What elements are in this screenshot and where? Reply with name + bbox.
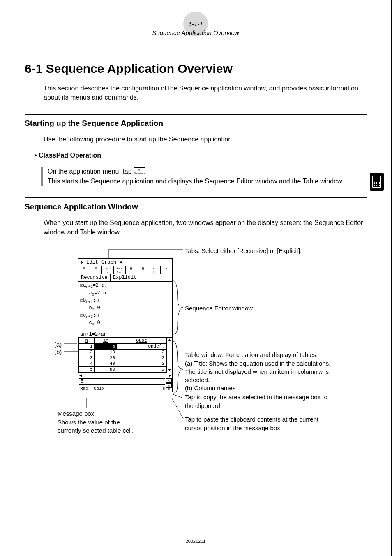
- toolbar-btn-7[interactable]: a=b=: [149, 266, 161, 274]
- toolbar-btn-1[interactable]: ⊞: [78, 266, 90, 274]
- manual-page: 6-1-1 Sequence Application Overview 6-1 …: [0, 0, 392, 556]
- toolbar-btn-5[interactable]: ▦: [126, 266, 138, 274]
- page-code: 6-1-1: [188, 21, 203, 28]
- editor-line: ☐cn+1:▢: [80, 313, 171, 320]
- label-table-area: Table window: For creation and display o…: [185, 351, 333, 392]
- section-rule: [25, 114, 367, 115]
- label-b: (b): [54, 348, 62, 356]
- status-cplx: Cplx: [94, 386, 104, 391]
- table-row: 15Undef…: [79, 343, 166, 349]
- copy-button[interactable]: ⇱: [166, 378, 172, 383]
- status-bar: Rad Cplx ▯▯▯: [78, 385, 172, 392]
- scroll-left-icon[interactable]: ◀: [79, 373, 82, 378]
- classpad-operation-heading: • ClassPad Operation: [35, 151, 367, 160]
- operation-step-1: On the application menu, tap ▭Sequence .: [48, 167, 367, 176]
- table-row: 3202: [79, 355, 166, 361]
- col-an[interactable]: an: [95, 338, 117, 343]
- toolbar-btn-8[interactable]: ▸: [161, 266, 172, 274]
- label-editor: Sequence Editor window: [185, 304, 253, 313]
- table-row: 2102: [79, 349, 166, 355]
- vertical-scrollbar[interactable]: ▲▼: [166, 338, 172, 373]
- label-tabs: Tabs: Select either [Recursive] or [Expl…: [185, 247, 302, 255]
- toolbar-btn-4[interactable]: +−/Σan: [114, 266, 126, 274]
- sequence-table: n an Quot 15Undef… 2102 3202 4402 5802: [78, 338, 166, 373]
- intro-paragraph: This section describes the configuration…: [44, 84, 367, 102]
- toolbar-btn-3[interactable]: anbn: [102, 266, 114, 274]
- heading-app-window: Sequence Application Window: [25, 202, 367, 211]
- scroll-right-icon[interactable]: ▶: [169, 373, 171, 378]
- sequence-app-icon: ▭Sequence: [134, 167, 145, 176]
- operation-step-2: This starts the Sequence application and…: [48, 176, 367, 186]
- heading-starting-up: Starting up the Sequence Application: [25, 119, 367, 128]
- col-quot[interactable]: Quot: [117, 338, 166, 343]
- table-row: 4402: [79, 361, 166, 366]
- svg-line-5: [172, 398, 183, 419]
- label-copy: Tap to copy the area selected in the mes…: [185, 393, 329, 410]
- label-col-names: (b) Column names: [185, 385, 235, 392]
- menu-more-icon[interactable]: ♦: [120, 259, 122, 265]
- tab-bar: Recursive Explicit: [78, 274, 172, 282]
- section-name: Sequence Application Overview: [152, 29, 239, 36]
- scroll-up-icon[interactable]: ▲: [167, 338, 172, 342]
- svg-line-4: [172, 394, 183, 398]
- editor-line: ☐bn+1:▢: [80, 298, 171, 305]
- label-message-box: Message box Shows the value of the curre…: [58, 410, 140, 435]
- body-app-window: When you start up the Sequence applicati…: [44, 218, 367, 237]
- scroll-down-icon[interactable]: ▼: [167, 368, 172, 373]
- body-starting-up: Use the following procedure to start up …: [44, 134, 367, 144]
- tab-explicit[interactable]: Explicit: [111, 274, 140, 281]
- menu-bar: ❖ Edit Graph ♦: [78, 259, 172, 266]
- message-box-row: 5 ⇱ ⇲: [78, 378, 172, 385]
- editor-line: b0=0: [80, 305, 171, 313]
- label-title-a: (a) Title: Shows the equation used in th…: [185, 360, 330, 384]
- sequence-editor-window[interactable]: ☑an+1=2·an a0=2.5 ☐bn+1:▢ b0=0 ☐cn+1:▢ c…: [78, 282, 172, 331]
- editor-line: a0=2.5: [80, 290, 171, 298]
- calculator-icon: [370, 173, 384, 191]
- message-box[interactable]: 5: [79, 378, 165, 385]
- table-window[interactable]: n an Quot 15Undef… 2102 3202 4402 5802 ▲…: [78, 338, 172, 373]
- toolbar: ⊞ ⊟ anbn +−/Σan ▦ ▩ a=b= ▸: [78, 266, 172, 274]
- diagram: (a) (b) Tabs: Select either [Recursive] …: [25, 246, 367, 443]
- section-rule-2: [25, 197, 367, 198]
- label-paste: Tap to paste the clipboard contents at t…: [185, 415, 329, 432]
- horizontal-scrollbar[interactable]: ◀ ▶: [78, 373, 172, 378]
- menu-graph[interactable]: Graph: [101, 259, 116, 265]
- calculator-screenshot: ❖ Edit Graph ♦ ⊞ ⊟ anbn +−/Σan ▦ ▩ a=b= …: [78, 258, 173, 392]
- status-rad: Rad: [80, 386, 88, 391]
- toolbar-btn-2[interactable]: ⊟: [90, 266, 102, 274]
- operation-steps: On the application menu, tap ▭Sequence .…: [41, 167, 367, 186]
- tab-recursive[interactable]: Recursive: [78, 274, 111, 281]
- page-title: 6-1 Sequence Application Overview: [25, 62, 367, 76]
- col-n[interactable]: n: [79, 338, 95, 343]
- editor-line: ☑an+1=2·an: [80, 283, 171, 290]
- toolbar-btn-6[interactable]: ▩: [137, 266, 149, 274]
- table-title: an+1=2×an: [78, 331, 172, 338]
- page-header: 6-1-1 Sequence Application Overview: [25, 20, 367, 37]
- battery-icon: ▯▯▯: [162, 386, 171, 391]
- footer-date-code: 20021201: [0, 539, 391, 544]
- table-row: 5802: [79, 366, 166, 372]
- label-table-window: Table window: For creation and display o…: [185, 351, 318, 358]
- editor-line: c0=0: [80, 320, 171, 327]
- settings-menu-icon[interactable]: ❖: [80, 259, 83, 265]
- menu-edit[interactable]: Edit: [86, 259, 98, 265]
